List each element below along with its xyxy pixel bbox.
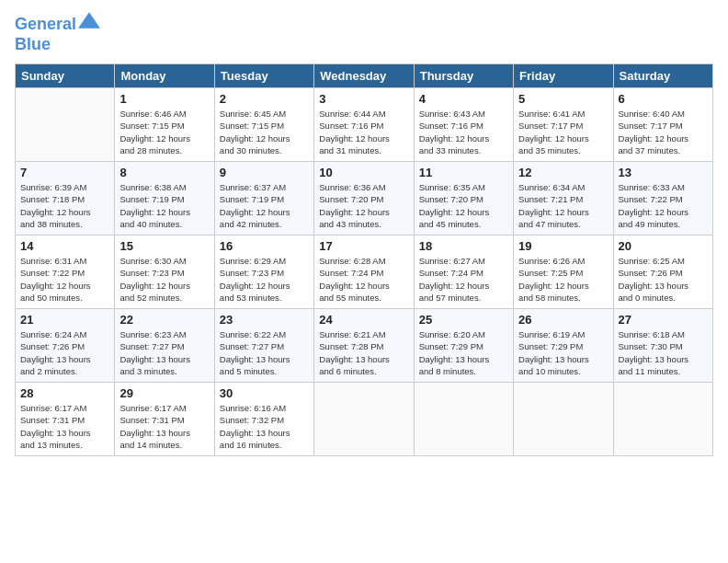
day-number: 25: [419, 313, 508, 327]
day-number: 6: [619, 92, 708, 106]
day-number: 29: [119, 386, 209, 400]
day-info: Sunrise: 6:40 AM Sunset: 7:17 PM Dayligh…: [619, 108, 708, 156]
calendar-cell: 1Sunrise: 6:46 AM Sunset: 7:15 PM Daylig…: [115, 88, 214, 162]
day-number: 16: [220, 239, 309, 253]
day-info: Sunrise: 6:18 AM Sunset: 7:30 PM Dayligh…: [619, 328, 708, 377]
calendar-cell: 30Sunrise: 6:16 AM Sunset: 7:32 PM Dayli…: [214, 383, 313, 456]
calendar-cell: 6Sunrise: 6:40 AM Sunset: 7:17 PM Daylig…: [613, 88, 712, 162]
day-info: Sunrise: 6:26 AM Sunset: 7:25 PM Dayligh…: [518, 255, 608, 304]
day-number: 18: [419, 239, 508, 253]
day-number: 13: [619, 166, 708, 179]
day-number: 24: [319, 313, 408, 327]
day-number: 10: [319, 166, 408, 179]
day-number: 28: [20, 386, 109, 400]
day-info: Sunrise: 6:41 AM Sunset: 7:17 PM Dayligh…: [518, 108, 608, 156]
logo: General Blue: [15, 15, 100, 54]
day-number: 1: [119, 92, 209, 106]
weekday-header-thursday: Thursday: [414, 64, 513, 88]
day-info: Sunrise: 6:34 AM Sunset: 7:21 PM Dayligh…: [518, 181, 608, 230]
calendar-cell: 24Sunrise: 6:21 AM Sunset: 7:28 PM Dayli…: [314, 309, 414, 383]
calendar-cell: [514, 383, 613, 456]
svg-marker-0: [78, 12, 100, 29]
day-info: Sunrise: 6:19 AM Sunset: 7:29 PM Dayligh…: [518, 328, 608, 377]
day-info: Sunrise: 6:25 AM Sunset: 7:26 PM Dayligh…: [619, 255, 708, 304]
day-number: 17: [319, 239, 408, 253]
weekday-header-row: SundayMondayTuesdayWednesdayThursdayFrid…: [16, 64, 713, 88]
day-info: Sunrise: 6:39 AM Sunset: 7:18 PM Dayligh…: [20, 181, 109, 230]
week-row-5: 28Sunrise: 6:17 AM Sunset: 7:31 PM Dayli…: [16, 383, 713, 456]
day-info: Sunrise: 6:30 AM Sunset: 7:23 PM Dayligh…: [119, 255, 209, 304]
week-row-4: 21Sunrise: 6:24 AM Sunset: 7:26 PM Dayli…: [16, 309, 713, 383]
week-row-1: 1Sunrise: 6:46 AM Sunset: 7:15 PM Daylig…: [16, 88, 713, 162]
logo-general: General: [15, 15, 76, 33]
day-number: 30: [220, 386, 309, 400]
day-number: 11: [419, 166, 508, 179]
header: General Blue: [15, 15, 713, 54]
day-number: 27: [619, 313, 708, 327]
day-info: Sunrise: 6:35 AM Sunset: 7:20 PM Dayligh…: [419, 181, 508, 230]
day-number: 8: [119, 166, 209, 179]
page-container: General Blue SundayMondayTuesdayWednesda…: [0, 0, 728, 563]
logo-icon: [78, 11, 100, 29]
day-info: Sunrise: 6:17 AM Sunset: 7:31 PM Dayligh…: [119, 402, 209, 451]
calendar-cell: 10Sunrise: 6:36 AM Sunset: 7:20 PM Dayli…: [314, 162, 414, 236]
day-info: Sunrise: 6:46 AM Sunset: 7:15 PM Dayligh…: [119, 108, 209, 156]
day-info: Sunrise: 6:16 AM Sunset: 7:32 PM Dayligh…: [220, 402, 309, 451]
calendar-cell: 7Sunrise: 6:39 AM Sunset: 7:18 PM Daylig…: [16, 162, 115, 236]
calendar-cell: 27Sunrise: 6:18 AM Sunset: 7:30 PM Dayli…: [613, 309, 712, 383]
calendar-cell: 17Sunrise: 6:28 AM Sunset: 7:24 PM Dayli…: [314, 236, 414, 309]
day-info: Sunrise: 6:23 AM Sunset: 7:27 PM Dayligh…: [119, 328, 209, 377]
day-number: 4: [419, 92, 508, 106]
calendar-cell: 13Sunrise: 6:33 AM Sunset: 7:22 PM Dayli…: [613, 162, 712, 236]
day-number: 15: [119, 239, 209, 253]
calendar-cell: 25Sunrise: 6:20 AM Sunset: 7:29 PM Dayli…: [414, 309, 513, 383]
day-info: Sunrise: 6:45 AM Sunset: 7:15 PM Dayligh…: [220, 108, 309, 156]
calendar-cell: 19Sunrise: 6:26 AM Sunset: 7:25 PM Dayli…: [514, 236, 613, 309]
day-number: 14: [20, 239, 109, 253]
calendar-cell: 28Sunrise: 6:17 AM Sunset: 7:31 PM Dayli…: [16, 383, 115, 456]
day-info: Sunrise: 6:22 AM Sunset: 7:27 PM Dayligh…: [220, 328, 309, 377]
calendar-cell: 5Sunrise: 6:41 AM Sunset: 7:17 PM Daylig…: [514, 88, 613, 162]
calendar-cell: 15Sunrise: 6:30 AM Sunset: 7:23 PM Dayli…: [115, 236, 214, 309]
day-info: Sunrise: 6:31 AM Sunset: 7:22 PM Dayligh…: [20, 255, 109, 304]
calendar-cell: 23Sunrise: 6:22 AM Sunset: 7:27 PM Dayli…: [214, 309, 313, 383]
day-number: 9: [220, 166, 309, 179]
calendar-cell: 18Sunrise: 6:27 AM Sunset: 7:24 PM Dayli…: [414, 236, 513, 309]
day-info: Sunrise: 6:20 AM Sunset: 7:29 PM Dayligh…: [419, 328, 508, 377]
day-number: 22: [119, 313, 209, 327]
calendar-cell: 29Sunrise: 6:17 AM Sunset: 7:31 PM Dayli…: [115, 383, 214, 456]
day-number: 3: [319, 92, 408, 106]
day-number: 20: [619, 239, 708, 253]
calendar-cell: 9Sunrise: 6:37 AM Sunset: 7:19 PM Daylig…: [214, 162, 313, 236]
weekday-header-monday: Monday: [115, 64, 214, 88]
weekday-header-wednesday: Wednesday: [314, 64, 414, 88]
logo-blue: Blue: [15, 35, 51, 53]
day-number: 7: [20, 166, 109, 179]
day-info: Sunrise: 6:37 AM Sunset: 7:19 PM Dayligh…: [220, 181, 309, 230]
calendar-cell: 14Sunrise: 6:31 AM Sunset: 7:22 PM Dayli…: [16, 236, 115, 309]
day-info: Sunrise: 6:21 AM Sunset: 7:28 PM Dayligh…: [319, 328, 408, 377]
day-number: 12: [518, 166, 608, 179]
calendar-cell: 3Sunrise: 6:44 AM Sunset: 7:16 PM Daylig…: [314, 88, 414, 162]
calendar-cell: 4Sunrise: 6:43 AM Sunset: 7:16 PM Daylig…: [414, 88, 513, 162]
day-info: Sunrise: 6:36 AM Sunset: 7:20 PM Dayligh…: [319, 181, 408, 230]
week-row-3: 14Sunrise: 6:31 AM Sunset: 7:22 PM Dayli…: [16, 236, 713, 309]
day-info: Sunrise: 6:24 AM Sunset: 7:26 PM Dayligh…: [20, 328, 109, 377]
day-number: 26: [518, 313, 608, 327]
day-info: Sunrise: 6:33 AM Sunset: 7:22 PM Dayligh…: [619, 181, 708, 230]
calendar-cell: [16, 88, 115, 162]
calendar-cell: [613, 383, 712, 456]
day-number: 2: [220, 92, 309, 106]
weekday-header-tuesday: Tuesday: [214, 64, 313, 88]
logo-text: General Blue: [15, 15, 100, 54]
calendar-cell: 26Sunrise: 6:19 AM Sunset: 7:29 PM Dayli…: [514, 309, 613, 383]
calendar-cell: 21Sunrise: 6:24 AM Sunset: 7:26 PM Dayli…: [16, 309, 115, 383]
calendar-cell: 16Sunrise: 6:29 AM Sunset: 7:23 PM Dayli…: [214, 236, 313, 309]
day-number: 5: [518, 92, 608, 106]
day-number: 23: [220, 313, 309, 327]
weekday-header-sunday: Sunday: [16, 64, 115, 88]
day-info: Sunrise: 6:38 AM Sunset: 7:19 PM Dayligh…: [119, 181, 209, 230]
calendar-cell: 22Sunrise: 6:23 AM Sunset: 7:27 PM Dayli…: [115, 309, 214, 383]
day-info: Sunrise: 6:17 AM Sunset: 7:31 PM Dayligh…: [20, 402, 109, 451]
calendar-cell: 20Sunrise: 6:25 AM Sunset: 7:26 PM Dayli…: [613, 236, 712, 309]
